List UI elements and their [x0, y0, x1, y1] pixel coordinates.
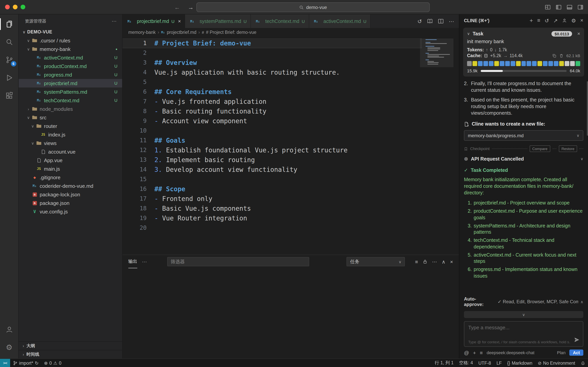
extensions-icon[interactable]: [0, 87, 18, 105]
markdown-preview-icon[interactable]: [427, 18, 433, 24]
remote-indicator[interactable]: ><: [0, 359, 10, 367]
history-icon[interactable]: ↺: [545, 17, 549, 24]
encoding-item[interactable]: UTF-8: [476, 359, 494, 367]
panel-more-tabs-icon[interactable]: ⋯: [142, 259, 147, 265]
back-button[interactable]: ←: [174, 4, 180, 10]
tree-item-progress-md[interactable]: M↓progress.mdU: [19, 70, 122, 79]
output-filter-input[interactable]: [167, 257, 309, 266]
delete-icon[interactable]: [559, 53, 564, 58]
breadcrumb-symbol[interactable]: # Project Brief: demo-vue: [206, 30, 256, 35]
chat-input[interactable]: Type a message... Type @ for context, / …: [464, 321, 583, 347]
tree-item-views[interactable]: ∨views: [19, 139, 122, 147]
tab-projectbrief-md[interactable]: M↓projectbrief.mdU×: [123, 14, 185, 28]
tree-item-demo-vue[interactable]: ∨DEMO-VUE: [19, 28, 122, 36]
tree-item-cursor-rules[interactable]: ∨.cursor / rules: [19, 36, 122, 45]
source-control-icon[interactable]: 6: [0, 51, 18, 69]
auto-approve-bar[interactable]: Auto-approve: ✓ Read, Edit, Browser, MCP…: [459, 293, 588, 309]
tree-item-account-vue[interactable]: account.vue: [19, 147, 122, 156]
close-task-icon[interactable]: ×: [577, 31, 580, 37]
mention-icon[interactable]: @: [464, 350, 469, 356]
tree-item-projectbrief-md[interactable]: M↓projectbrief.mdU: [19, 79, 122, 87]
account-icon[interactable]: [0, 320, 18, 338]
close-tab-icon[interactable]: ×: [178, 18, 181, 24]
git-branch-item[interactable]: import* ↻: [10, 359, 41, 367]
add-context-icon[interactable]: +: [473, 350, 476, 356]
compare-button[interactable]: Compare: [529, 146, 550, 152]
run-debug-icon[interactable]: [0, 69, 18, 87]
plan-mode-button[interactable]: Plan: [557, 350, 565, 355]
maximize-panel-icon[interactable]: ∧: [442, 259, 445, 265]
mcp-servers-icon[interactable]: ≡: [537, 17, 540, 23]
tree-item-app-vue[interactable]: App.vue: [19, 156, 122, 165]
indentation-item[interactable]: 空格: 4: [456, 359, 476, 367]
minimize-window-button[interactable]: [13, 5, 17, 9]
account-icon[interactable]: [562, 18, 567, 23]
clear-output-icon[interactable]: ≡: [415, 259, 418, 265]
send-icon[interactable]: [574, 337, 580, 344]
split-editor-icon[interactable]: [438, 18, 444, 24]
tree-item-index-js[interactable]: JSindex.js: [19, 130, 122, 139]
tab-activecontext-md[interactable]: M↓activeContext.mdU: [309, 14, 371, 28]
rules-icon[interactable]: ≡: [480, 350, 483, 356]
panel-more-actions-icon[interactable]: ⋯: [432, 259, 437, 265]
restore-button[interactable]: Restore: [559, 146, 577, 152]
tree-item-main-js[interactable]: JSmain.js: [19, 165, 122, 173]
cursor-position-item[interactable]: 行 1, 列 1: [432, 359, 456, 367]
tree-item-coderider-demo-vue-md[interactable]: M↓coderider-demo-vue.md: [19, 182, 122, 190]
environment-item[interactable]: ⊘ No Environment: [535, 359, 578, 367]
minimap[interactable]: [423, 39, 454, 66]
tree-item-router[interactable]: ∨router: [19, 122, 122, 130]
tree-item-systempatterns-md[interactable]: M↓systemPatterns.mdU: [19, 87, 122, 96]
command-center-search[interactable]: demo-vue: [196, 2, 430, 12]
copy-icon[interactable]: [552, 53, 557, 58]
tab-systempatterns-md[interactable]: M↓systemPatterns.mdU: [185, 14, 251, 28]
tree-item-package-json[interactable]: npackage.json: [19, 199, 122, 207]
search-view-icon[interactable]: [0, 33, 18, 51]
tree-item-activecontext-md[interactable]: M↓activeContext.mdU: [19, 53, 122, 62]
tree-item-vue-config-js[interactable]: Vvue.config.js: [19, 207, 122, 216]
output-tab[interactable]: 输出: [128, 255, 137, 268]
api-cancelled-row[interactable]: ⊗ API Request Cancelled ∨: [464, 156, 583, 162]
expand-collapse-bar[interactable]: ∨: [464, 311, 583, 318]
tree-item-techcontext-md[interactable]: M↓techContext.mdU: [19, 96, 122, 105]
toggle-panel-icon[interactable]: [567, 4, 572, 10]
explorer-icon[interactable]: [0, 15, 18, 33]
tree-item-productcontext-md[interactable]: M↓productContext.mdU: [19, 62, 122, 70]
zoom-window-button[interactable]: [21, 5, 25, 9]
close-panel-icon[interactable]: ×: [580, 17, 583, 23]
task-header[interactable]: ∨ Task $0.0113 ×: [467, 31, 580, 37]
tree-item-gitignore[interactable]: ◆.gitignore: [19, 173, 122, 182]
tree-item-src[interactable]: ∨src: [19, 113, 122, 122]
act-mode-button[interactable]: Act: [570, 350, 583, 356]
customize-layout-icon[interactable]: [545, 4, 551, 10]
tree-item-node-modules[interactable]: ›node_modules: [19, 105, 122, 113]
model-selector[interactable]: deepseek:deepseek-chat: [487, 350, 535, 355]
tree-item-package-lock-json[interactable]: npackage-lock.json: [19, 190, 122, 199]
timeline-history-icon[interactable]: ↺: [418, 18, 422, 24]
timeline-section[interactable]: › 时间线: [19, 350, 122, 359]
outline-section[interactable]: › 大纲: [19, 341, 122, 350]
more-actions-icon[interactable]: ⋯: [449, 18, 454, 24]
language-mode-item[interactable]: {} Markdown: [504, 359, 535, 367]
code-editor[interactable]: 1# Project Brief: demo-vue23## Overview4…: [123, 37, 459, 255]
open-in-editor-icon[interactable]: ↗: [553, 17, 558, 24]
minimap-slider[interactable]: [420, 39, 454, 67]
lock-scroll-icon[interactable]: [423, 259, 427, 264]
breadcrumb-file[interactable]: projectbrief.md: [167, 30, 196, 35]
breadcrumb-folder[interactable]: memory-bank: [128, 30, 156, 35]
close-window-button[interactable]: [5, 5, 10, 9]
eol-item[interactable]: LF: [494, 359, 504, 367]
tree-item-memory-bank[interactable]: ∨memory-bank●: [19, 45, 122, 53]
problems-item[interactable]: ⊗ 0 ⚠ 0: [41, 359, 64, 367]
new-file-path-box[interactable]: memory-bank/progress.md ∨: [464, 130, 583, 141]
close-panel-icon[interactable]: ×: [450, 259, 453, 265]
forward-button[interactable]: →: [188, 4, 194, 10]
notifications-bell-icon[interactable]: [578, 359, 588, 367]
new-task-icon[interactable]: +: [529, 17, 533, 24]
tab-techcontext-md[interactable]: M↓techContext.mdU: [251, 14, 309, 28]
output-channel-select[interactable]: 任务 ∨: [347, 257, 405, 266]
scrollbar-thumb[interactable]: [587, 81, 588, 136]
settings-gear-icon[interactable]: ⚙: [0, 338, 18, 356]
toggle-secondary-sidebar-icon[interactable]: [578, 4, 583, 10]
toggle-primary-sidebar-icon[interactable]: [556, 4, 562, 10]
